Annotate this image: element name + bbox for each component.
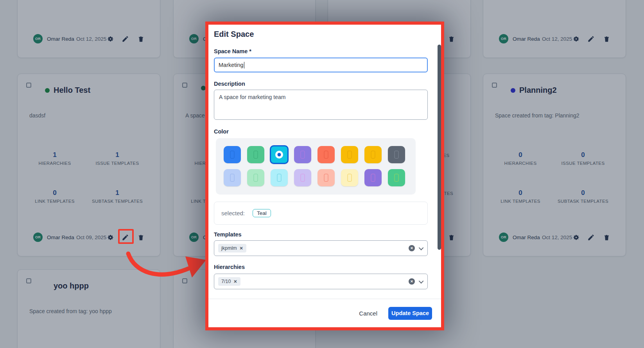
template-tag-value: jkpmlm: [221, 245, 237, 251]
color-label: Color: [214, 128, 229, 135]
swatch-violet[interactable]: [364, 169, 382, 186]
missing-glyph-icon: [348, 151, 352, 159]
missing-glyph-icon: [395, 174, 399, 182]
missing-glyph-icon: [301, 174, 305, 182]
swatch-light-salmon[interactable]: [318, 169, 335, 186]
template-tag: jkpmlm ✕: [218, 244, 246, 252]
chevron-down-icon[interactable]: [419, 278, 424, 283]
remove-tag-icon[interactable]: ✕: [233, 279, 237, 284]
space-name-label: Space Name *: [214, 48, 251, 54]
swatch-amber-2[interactable]: [364, 146, 382, 163]
palette-row-2: [224, 169, 408, 186]
modal-footer: Cancel Update Space: [208, 299, 441, 327]
missing-glyph-icon: [395, 151, 399, 159]
app-screen: LINK TEMPLATES SUBTASK TEMPLATES OR Omar…: [0, 0, 644, 348]
annotation-pencil-highlight-box: [118, 229, 134, 244]
modal-scrollbar-thumb[interactable]: [438, 45, 441, 250]
selected-color-chip: Teal: [253, 209, 271, 217]
hierarchies-select[interactable]: 7/10 ✕ ✕: [214, 274, 428, 289]
swatch-light-cream[interactable]: [341, 169, 358, 186]
modal-title: Edit Space: [214, 30, 254, 39]
missing-glyph-icon: [230, 151, 235, 159]
swatch-light-blue[interactable]: [224, 169, 241, 186]
remove-tag-icon[interactable]: ✕: [240, 246, 243, 251]
selected-ring-icon: [275, 151, 283, 159]
swatch-coral[interactable]: [318, 146, 335, 163]
selected-color-panel: selected: Teal: [214, 202, 428, 225]
edit-space-modal: Edit Space Space Name * Marketing Descri…: [208, 25, 441, 327]
description-label: Description: [214, 81, 245, 87]
swatch-blue[interactable]: [224, 146, 241, 163]
templates-label: Templates: [214, 231, 242, 238]
annotation-modal-highlight-box: Edit Space Space Name * Marketing Descri…: [205, 22, 444, 330]
missing-glyph-icon: [254, 151, 258, 159]
swatch-teal-selected[interactable]: [270, 145, 289, 164]
color-palette: [216, 138, 416, 195]
swatch-amber[interactable]: [341, 146, 358, 163]
missing-glyph-icon: [348, 174, 352, 182]
hierarchies-label: Hierarchies: [214, 264, 245, 270]
space-name-input[interactable]: Marketing: [214, 58, 428, 72]
swatch-light-lavender[interactable]: [294, 169, 311, 186]
space-name-value: Marketing: [219, 62, 244, 68]
text-caret: [244, 62, 245, 69]
hierarchy-tag: 7/10 ✕: [218, 277, 240, 286]
swatch-emerald[interactable]: [388, 169, 405, 186]
update-space-button[interactable]: Update Space: [388, 307, 432, 320]
palette-row-1: [224, 146, 408, 163]
description-textarea[interactable]: A space for marketing team: [214, 90, 428, 120]
missing-glyph-icon: [277, 174, 282, 182]
templates-select[interactable]: jkpmlm ✕ ✕: [214, 240, 428, 256]
selected-label: selected:: [221, 210, 245, 216]
missing-glyph-icon: [324, 151, 328, 159]
chevron-down-icon[interactable]: [419, 245, 424, 250]
missing-glyph-icon: [301, 151, 305, 159]
cancel-button[interactable]: Cancel: [359, 310, 377, 317]
missing-glyph-icon: [371, 174, 375, 182]
swatch-purple[interactable]: [294, 146, 311, 163]
clear-select-icon[interactable]: ✕: [409, 278, 415, 285]
missing-glyph-icon: [230, 174, 235, 182]
missing-glyph-icon: [254, 174, 258, 182]
missing-glyph-icon: [371, 151, 375, 159]
clear-select-icon[interactable]: ✕: [409, 245, 415, 251]
swatch-light-green[interactable]: [247, 169, 264, 186]
missing-glyph-icon: [324, 174, 328, 182]
swatch-light-cyan[interactable]: [271, 169, 288, 186]
swatch-green[interactable]: [247, 146, 264, 163]
swatch-slate[interactable]: [388, 146, 405, 163]
hierarchy-tag-value: 7/10: [221, 279, 231, 284]
